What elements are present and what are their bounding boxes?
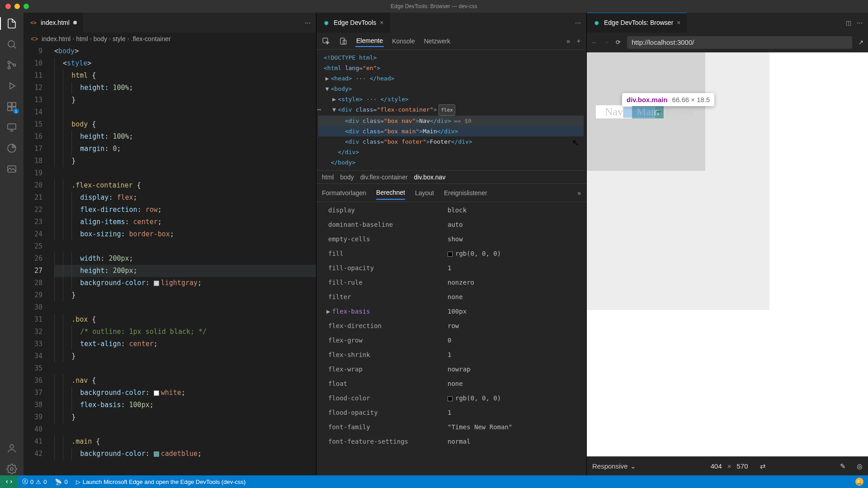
chevron-down-icon: ⌄ xyxy=(630,462,636,470)
back-icon[interactable]: ← xyxy=(591,39,597,46)
devtools-panel: ◉ Edge DevTools × ⋯ Elemente Konsole Net… xyxy=(316,13,587,475)
browser-nav-bar: ← → ⟳ http://localhost:3000/ ↗ xyxy=(587,33,868,52)
rotate-icon[interactable]: ⇄ xyxy=(760,462,766,470)
page-footer-box: Footer xyxy=(664,105,696,118)
status-launch-devtools[interactable]: ▷Launch Microsoft Edge and open the Edge… xyxy=(72,479,250,485)
close-icon[interactable]: × xyxy=(677,19,680,26)
tab-label: Edge DevTools: Browser xyxy=(604,19,673,26)
close-icon[interactable]: × xyxy=(380,19,383,26)
status-port[interactable]: 📡0 xyxy=(51,479,71,485)
remote-indicator[interactable] xyxy=(0,475,18,488)
edge-icon: ◉ xyxy=(323,19,330,26)
devtools-tabs: ◉ Edge DevTools × ⋯ xyxy=(316,13,586,33)
editor-tabs: <> index.html ⋯ xyxy=(24,13,316,33)
devtools-toolbar: Elemente Konsole Netzwerk » ＋ xyxy=(316,33,586,50)
maximize-window-button[interactable] xyxy=(24,4,29,9)
editor-group: <> index.html ⋯ <> index.html › html › b… xyxy=(24,13,316,475)
tab-edge-devtools[interactable]: ◉ Edge DevTools × xyxy=(316,13,390,33)
more-subtabs-icon[interactable]: » xyxy=(577,189,581,197)
tab-label: Edge DevTools xyxy=(334,19,376,26)
minimize-window-button[interactable] xyxy=(14,4,20,9)
dirty-indicator-icon xyxy=(73,21,77,24)
forward-icon[interactable]: → xyxy=(604,39,609,46)
element-highlight xyxy=(623,107,655,118)
accounts-icon[interactable] xyxy=(5,442,18,455)
settings-gear-icon[interactable] xyxy=(5,463,18,475)
split-editor-icon[interactable]: ◫ xyxy=(846,19,851,26)
elements-tree[interactable]: <!DOCTYPE html> <html lang="en"> ▶<head>… xyxy=(316,50,586,170)
svg-point-1 xyxy=(8,61,10,64)
subtab-ereignislistener[interactable]: Ereignislistener xyxy=(444,187,487,199)
elements-breadcrumb[interactable]: html body div.flex-container div.box.nav xyxy=(316,170,586,184)
eyedropper-icon[interactable]: ✎ xyxy=(840,462,846,470)
url-input[interactable]: http://localhost:3000/ xyxy=(627,36,852,49)
reload-icon[interactable]: ⟳ xyxy=(616,39,621,46)
tab-netzwerk[interactable]: Netzwerk xyxy=(423,36,451,47)
browser-tabs: ◉ Edge DevTools: Browser × ◫ ⋯ xyxy=(587,13,868,33)
svg-point-0 xyxy=(8,41,14,47)
add-tab-icon[interactable]: ＋ xyxy=(576,37,582,45)
svg-rect-6 xyxy=(8,107,11,111)
device-toolbar: Responsive ⌄ 404 × 570 ⇄ ✎ ◎ xyxy=(587,456,868,475)
edge-icon: ◉ xyxy=(593,19,600,26)
subtab-formatvorlagen[interactable]: Formatvorlagen xyxy=(322,187,366,199)
more-tabs-icon[interactable]: » xyxy=(566,38,570,45)
device-emulation-icon[interactable] xyxy=(338,35,348,47)
html-file-icon: <> xyxy=(31,35,38,42)
window-title: Edge DevTools: Browser — dev-css xyxy=(391,3,477,9)
remote-explorer-icon[interactable] xyxy=(5,121,18,134)
close-window-button[interactable] xyxy=(5,4,11,9)
styles-subtabs: Formatvorlagen Berechnet Layout Ereignis… xyxy=(316,184,586,202)
breadcrumb[interactable]: <> index.html › html › body › style › .f… xyxy=(24,33,316,45)
chevron-right-icon: › xyxy=(72,36,74,42)
screenshot-icon[interactable]: ◎ xyxy=(857,462,863,470)
more-actions-icon[interactable]: ⋯ xyxy=(857,19,863,26)
subtab-layout[interactable]: Layout xyxy=(415,187,434,199)
svg-rect-5 xyxy=(12,103,16,106)
activity-bar: 1 xyxy=(0,13,24,475)
image-preview-icon[interactable] xyxy=(5,163,18,175)
tab-label: index.html xyxy=(41,19,70,26)
source-control-icon[interactable] xyxy=(5,59,18,71)
code-editor[interactable]: 9101112131415161718192021222324252627282… xyxy=(24,45,316,475)
status-bar: ⓧ0⚠0 📡0 ▷Launch Microsoft Edge and open … xyxy=(0,475,868,488)
browser-panel: ◉ Edge DevTools: Browser × ◫ ⋯ ← → ⟳ htt… xyxy=(587,13,868,475)
search-icon[interactable] xyxy=(5,38,18,51)
svg-rect-14 xyxy=(340,38,344,44)
tab-elemente[interactable]: Elemente xyxy=(355,35,384,47)
titlebar: Edge DevTools: Browser — dev-css xyxy=(0,0,868,13)
html-file-icon: <> xyxy=(30,19,37,26)
notifications-icon[interactable]: 🔔 xyxy=(855,478,863,486)
browser-viewport[interactable]: Nav Main Footer ← div.box.main66.66 × 18… xyxy=(587,52,868,456)
tab-konsole[interactable]: Konsole xyxy=(391,36,416,47)
more-actions-icon[interactable]: ⋯ xyxy=(305,19,311,26)
viewport-height[interactable]: 570 xyxy=(737,462,748,470)
svg-point-11 xyxy=(10,445,14,448)
run-debug-icon[interactable] xyxy=(5,80,18,92)
explorer-icon[interactable] xyxy=(5,17,18,30)
tab-index-html[interactable]: <> index.html xyxy=(24,13,83,33)
tab-edge-browser[interactable]: ◉ Edge DevTools: Browser × xyxy=(587,13,687,33)
viewport-width[interactable]: 404 xyxy=(711,462,722,470)
device-dropdown[interactable]: Responsive ⌄ xyxy=(592,462,636,470)
svg-point-12 xyxy=(10,468,13,470)
more-actions-icon[interactable]: ⋯ xyxy=(575,19,581,26)
extensions-icon[interactable]: 1 xyxy=(5,100,18,113)
status-errors[interactable]: ⓧ0⚠0 xyxy=(18,478,51,486)
flex-arrow-icon: ← xyxy=(656,108,663,116)
svg-rect-4 xyxy=(8,103,11,106)
edge-tools-icon[interactable] xyxy=(5,142,18,155)
svg-point-2 xyxy=(8,67,10,69)
computed-styles[interactable]: displayblock dominant-baselineauto empty… xyxy=(316,202,586,475)
element-tooltip: div.box.main66.66 × 18.5 xyxy=(622,93,714,106)
inspect-element-icon[interactable] xyxy=(321,35,331,47)
svg-rect-8 xyxy=(8,124,16,129)
subtab-berechnet[interactable]: Berechnet xyxy=(376,186,405,200)
svg-point-3 xyxy=(14,64,16,66)
open-external-icon[interactable]: ↗ xyxy=(859,39,863,46)
window-controls xyxy=(0,4,29,9)
